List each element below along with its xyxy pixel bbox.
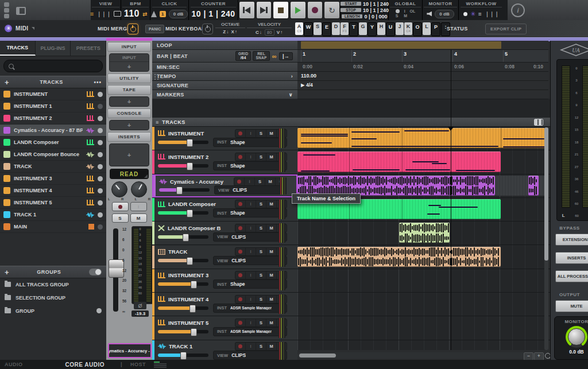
track-activity-dot[interactable] (98, 92, 103, 97)
bypass-inserts-button[interactable]: INSERTS (555, 252, 588, 264)
track-lane[interactable] (297, 127, 548, 150)
midi-key-J[interactable]: J (396, 22, 404, 35)
audio-clip[interactable] (297, 176, 495, 196)
phase-button[interactable]: Ø (134, 302, 146, 309)
track-lane[interactable] (297, 222, 548, 244)
tab-presets[interactable]: PRESETS (71, 41, 106, 56)
tracks-panel-layout-icon[interactable] (534, 119, 543, 126)
workflow-dot-icon[interactable] (463, 12, 467, 16)
midi-key-F[interactable]: FF3 (341, 22, 349, 35)
track-lane[interactable] (297, 246, 548, 269)
inserts-slot[interactable]: + (109, 143, 149, 166)
sidebar-track-item[interactable]: INSTRUMENT 2 (0, 112, 106, 125)
track-row[interactable]: INSTRUMENT 5ISM❄INSTADSR Sample Manager (152, 316, 550, 340)
track-header[interactable]: LANDR ComposerISM❄INSTShape (152, 198, 297, 221)
sidebar-track-item[interactable]: LANDR Composer (0, 137, 106, 149)
midi-key-O[interactable]: O (413, 22, 422, 36)
sidebar-track-item[interactable]: Cymatics - Accuracy - 87 BPM (0, 125, 106, 137)
bars-ruler-row[interactable]: 12345 (297, 50, 548, 63)
horizontal-scrollbar-thumb[interactable] (299, 354, 336, 358)
global-mute[interactable]: M (404, 14, 407, 18)
input-monitor-button[interactable]: I (246, 296, 256, 303)
record-arm-button[interactable] (112, 202, 129, 211)
inserts-section-header[interactable]: INSERTS (107, 132, 151, 142)
mute-button[interactable]: M (266, 271, 277, 279)
tape-add-button[interactable]: + (110, 97, 149, 106)
track-header[interactable]: LANDR Composer BISM❄VIEWCLIPS (152, 222, 297, 244)
mute-button[interactable]: M (266, 319, 277, 327)
solo-button[interactable]: S (256, 224, 266, 232)
window-button[interactable] (4, 8, 9, 13)
add-track-button[interactable]: + (5, 78, 9, 87)
groups-toggle[interactable] (89, 269, 102, 275)
tracks-list-more-button[interactable]: ••• (94, 79, 102, 86)
track-header[interactable]: INSTRUMENTISM❄INSTShape (152, 127, 297, 150)
track-header[interactable]: Cymatics - AccuracyISM❄VIEWCLIPS (152, 174, 297, 197)
sidebar-track-item[interactable]: MAIN (0, 221, 106, 233)
midi-key-U[interactable]: U (386, 22, 395, 36)
volume-slider[interactable] (158, 211, 208, 215)
record-arm-button[interactable] (235, 224, 246, 232)
volume-slider[interactable] (158, 306, 208, 310)
record-arm-button[interactable] (235, 271, 246, 279)
midi-key-W[interactable]: W (304, 22, 313, 36)
tape-section-header[interactable]: TAPE (107, 85, 151, 95)
track-mode-box[interactable]: VIEWCLIPS (214, 185, 286, 195)
input-slot[interactable]: INPUT + (109, 53, 149, 72)
track-activity-dot[interactable] (98, 188, 103, 193)
tape-slot[interactable]: + (109, 96, 149, 107)
info-button[interactable]: i (511, 3, 525, 17)
slider-thumb[interactable] (180, 352, 187, 360)
slider-thumb[interactable] (176, 187, 183, 195)
input-monitor-button[interactable]: I (245, 178, 255, 185)
input-monitor-button[interactable]: I (246, 153, 256, 161)
midi-key-D[interactable]: D (332, 22, 340, 35)
track-activity-dot[interactable] (98, 212, 103, 217)
track-row[interactable]: LANDR Composer BISM❄VIEWCLIPS (152, 222, 550, 245)
mute-button[interactable]: M (266, 296, 277, 303)
audio-clip[interactable] (528, 176, 539, 196)
track-header[interactable]: INSTRUMENT 2ISM❄INSTShape (152, 150, 297, 173)
audio-clip[interactable] (297, 247, 501, 267)
monitor-db-value[interactable]: 0.0 dB (555, 349, 588, 355)
bpm-value[interactable]: 110 (124, 9, 140, 19)
pan-knob-left[interactable] (111, 181, 127, 197)
track-header[interactable]: INSTRUMENT 4ISM❄INSTADSR Sample Manager (152, 293, 297, 316)
midi-clip[interactable] (297, 128, 548, 148)
solo-button[interactable]: S (256, 319, 266, 327)
strip-track-name-plate[interactable]: Cymatics - Accuracy - ... (108, 343, 152, 358)
output-mute-button[interactable]: MUTE (555, 300, 588, 312)
sidebar-track-item[interactable]: LANDR Composer Bounce (0, 149, 106, 161)
markers-chevron[interactable]: ∨ (288, 92, 293, 98)
minsec-ruler-row[interactable]: 0:000:020:040:060:080:10 (297, 63, 548, 72)
console-slot[interactable]: + (109, 120, 149, 130)
minsec-row-label[interactable]: MIN:SEC (152, 63, 297, 72)
mute-button[interactable]: M (266, 343, 277, 350)
monitor-knob[interactable] (566, 326, 587, 348)
barbeat-row-label[interactable]: BAR | BEAT GRID/64 RELSNAP ∞ |→ (152, 50, 297, 63)
track-activity-dot[interactable] (98, 200, 103, 205)
midi-key-E[interactable]: E (322, 22, 331, 36)
input-add-button[interactable]: + (110, 62, 149, 71)
record-arm-button[interactable] (234, 178, 245, 185)
input-monitor-button[interactable]: I (246, 248, 256, 255)
track-activity-dot[interactable] (98, 164, 103, 169)
audio-device-label[interactable]: CORE AUDIO (65, 362, 105, 368)
volume-slider[interactable] (158, 330, 208, 333)
group-item[interactable]: SELECTION GROUP (0, 291, 106, 304)
counter-value[interactable]: 10 | 1 | 240 (191, 9, 235, 18)
track-row[interactable]: INSTRUMENTISM❄INSTShape (152, 127, 550, 150)
record-arm-button[interactable] (235, 296, 246, 303)
record-arm-button[interactable] (235, 200, 246, 208)
view-display-icon[interactable] (114, 11, 121, 17)
mute-button[interactable]: M (130, 213, 147, 223)
track-mode-box[interactable]: VIEWCLIPS (213, 256, 287, 265)
mute-button[interactable]: M (266, 224, 277, 232)
view-list-icon[interactable]: ≡ (90, 10, 94, 17)
window-button[interactable] (4, 2, 9, 7)
tracks-panel-menu-icon[interactable]: ≡ (156, 119, 158, 125)
mute-button[interactable]: M (265, 178, 276, 185)
tab-plugins[interactable]: PLUG-INS (36, 41, 71, 56)
tempo-value[interactable]: 110.00 (297, 72, 548, 80)
volume-slider[interactable] (158, 235, 208, 239)
